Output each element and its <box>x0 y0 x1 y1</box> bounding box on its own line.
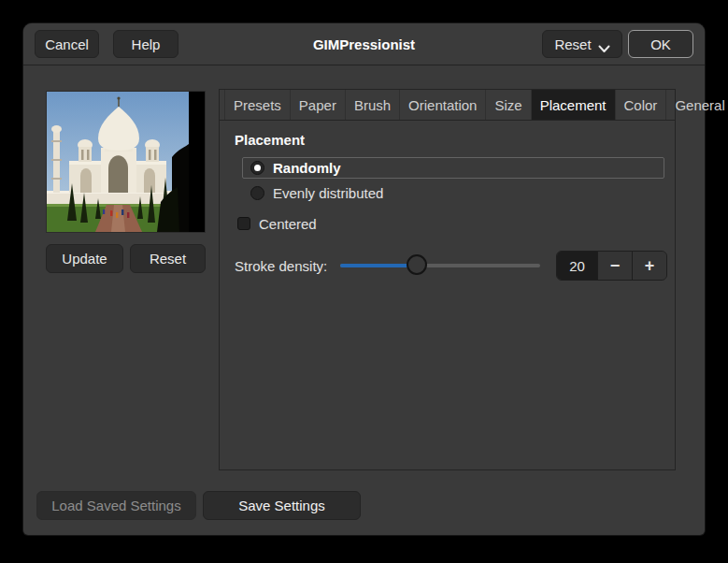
checkbox-icon <box>237 217 250 230</box>
stroke-density-spinbox: 20 − + <box>556 251 667 281</box>
tab-presets-label: Presets <box>234 97 281 113</box>
help-button-label: Help <box>132 36 161 52</box>
preview-image <box>47 92 205 232</box>
tab-orientation[interactable]: Orientation <box>400 90 486 120</box>
cancel-button-label: Cancel <box>45 36 89 52</box>
ok-button[interactable]: OK <box>628 30 693 58</box>
radio-option-randomly[interactable]: Randomly <box>242 157 664 179</box>
load-saved-settings-button[interactable]: Load Saved Settings <box>36 491 196 520</box>
help-button[interactable]: Help <box>113 30 178 58</box>
tab-placement[interactable]: Placement <box>532 90 616 120</box>
chevron-down-icon <box>598 40 610 49</box>
dialog-header: GIMPressionist Cancel Help Reset OK <box>23 23 705 65</box>
settings-notebook: Presets Paper Brush Orientation Size Pla… <box>219 89 676 470</box>
tab-bar: Presets Paper Brush Orientation Size Pla… <box>220 90 675 121</box>
ok-button-label: OK <box>650 36 671 52</box>
tab-paper[interactable]: Paper <box>291 90 346 120</box>
stroke-density-label: Stroke density: <box>235 251 327 281</box>
tab-size[interactable]: Size <box>486 90 531 120</box>
letterbox-strip <box>189 92 205 232</box>
taj-mahal-photo <box>47 92 189 232</box>
radio-randomly-label: Randomly <box>273 160 341 176</box>
tab-orientation-label: Orientation <box>408 97 477 113</box>
radio-evenly-label: Evenly distributed <box>273 185 383 201</box>
placement-heading: Placement <box>235 132 305 148</box>
gimpressionist-dialog: GIMPressionist Cancel Help Reset OK <box>23 23 705 535</box>
cancel-button[interactable]: Cancel <box>35 30 99 58</box>
tab-placement-label: Placement <box>540 97 607 113</box>
centered-label: Centered <box>259 216 317 232</box>
tab-color-label: Color <box>624 97 658 113</box>
load-settings-label: Load Saved Settings <box>51 498 180 513</box>
tab-general-label: General <box>675 97 724 113</box>
stroke-density-slider[interactable] <box>340 251 540 281</box>
preview-frame <box>47 92 205 232</box>
tab-size-label: Size <box>494 97 521 113</box>
tab-color[interactable]: Color <box>616 90 667 120</box>
save-settings-button[interactable]: Save Settings <box>203 491 361 520</box>
update-preview-button[interactable]: Update <box>46 244 123 273</box>
reset-menu-label: Reset <box>554 36 591 52</box>
tab-brush[interactable]: Brush <box>346 90 400 120</box>
plus-icon[interactable]: + <box>632 252 666 280</box>
radio-option-evenly-distributed[interactable]: Evenly distributed <box>250 183 383 202</box>
radio-button-icon <box>250 186 264 200</box>
update-button-label: Update <box>62 251 107 267</box>
radio-button-icon <box>250 161 264 175</box>
tab-paper-label: Paper <box>299 97 336 113</box>
tab-presets[interactable]: Presets <box>224 90 291 120</box>
preview-reset-button-label: Reset <box>150 251 186 267</box>
tab-brush-label: Brush <box>354 97 391 113</box>
slider-handle[interactable] <box>407 254 427 275</box>
tab-general[interactable]: General <box>666 90 728 120</box>
reset-preview-button[interactable]: Reset <box>130 244 206 273</box>
minus-icon[interactable]: − <box>597 252 632 280</box>
save-settings-label: Save Settings <box>238 498 325 513</box>
centered-checkbox-row[interactable]: Centered <box>237 215 317 232</box>
stroke-density-value[interactable]: 20 <box>557 252 597 280</box>
slider-fill <box>340 264 417 267</box>
reset-menu-button[interactable]: Reset <box>542 30 622 58</box>
